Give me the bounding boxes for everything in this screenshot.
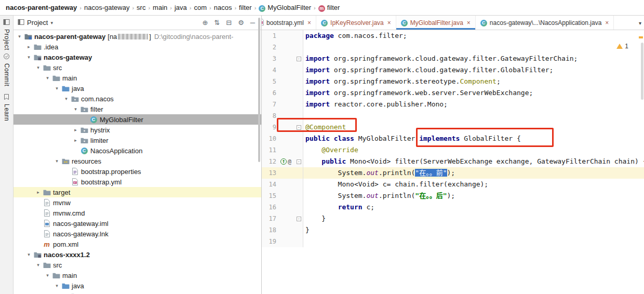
line-number[interactable]: 12 [262,156,279,167]
chevron-right-icon[interactable]: ▸ [25,44,33,49]
line-number[interactable]: 16 [262,202,279,213]
fold-gutter[interactable]: - [295,156,303,167]
code-text[interactable]: @Component [303,122,644,133]
line-number[interactable]: 4 [262,64,279,76]
tool-window-button-commit[interactable]: Commit [1,53,12,86]
breadcrumb-item-com[interactable]: com [192,3,208,12]
fold-gutter[interactable] [295,42,303,53]
tree-item-nacos-xxxx1-2[interactable]: ▾nacos-xxxx1.2 [14,249,261,260]
tree-item-java[interactable]: ▾java [14,280,261,291]
tree-item-limiter[interactable]: ▸limiter [14,135,261,145]
gutter-icons[interactable] [279,190,295,202]
breadcrumb-item-src[interactable]: src [135,3,147,12]
code-text[interactable] [303,110,644,122]
tree-item-bootstrap-yml[interactable]: bootstrap.yml [14,177,261,187]
tree-item-nacos-gateway[interactable]: ▾nacos-gateway [14,52,261,62]
code-text[interactable] [303,42,644,53]
code-text[interactable]: Mono<Void> c= chain.filter(exchange); [303,179,644,190]
tab-close-icon[interactable]: × [605,19,609,26]
tab-close-icon[interactable]: × [387,19,391,26]
gutter-icons[interactable] [279,236,295,247]
code-text[interactable]: @Override [303,144,644,156]
code-text[interactable]: } [303,224,644,236]
code-text[interactable]: import org.springframework.cloud.gateway… [303,64,644,76]
locate-icon[interactable]: ⊕ [202,19,208,26]
line-number[interactable]: 11 [262,144,279,156]
tab-myglobalfilter-java[interactable]: CMyGlobalFilter.java× [396,16,476,30]
project-panel-title[interactable]: Project [27,19,48,26]
tab-ipkeyresolver-java[interactable]: CIpKeyResolver.java× [316,16,396,30]
editor-scrollbar[interactable] [641,43,643,100]
fold-gutter[interactable] [295,179,303,190]
breadcrumb-item-filter[interactable]: filter [237,3,253,12]
chevron-down-icon[interactable]: ▾ [25,252,33,257]
fold-marker-icon[interactable]: - [297,125,301,130]
tree-item-nacos-parent-gateway[interactable]: ▾nacos-parent-gateway[na]D:\gitcoding\na… [14,31,261,42]
gutter-icons[interactable] [279,76,295,87]
gutter-icons[interactable] [279,42,295,53]
fold-gutter[interactable] [295,224,303,236]
gutter-icons[interactable] [279,167,295,179]
gutter-icons[interactable] [279,53,295,64]
tree-item-mvnw[interactable]: mvnw [14,197,261,208]
chevron-down-icon[interactable]: ▾ [44,273,51,278]
chevron-down-icon[interactable]: ▾ [16,34,23,39]
breadcrumb-item-nacos[interactable]: nacos [212,3,234,12]
line-number[interactable]: 8 [262,110,279,122]
gutter-icons[interactable]: ↑@ [279,156,295,167]
line-number[interactable]: 19 [262,236,279,247]
fold-gutter[interactable] [295,87,303,99]
collapse-all-icon[interactable]: ⊟ [226,19,232,26]
breadcrumb-item-filter[interactable]: mfilter [317,3,342,12]
line-number[interactable]: 5 [262,76,279,87]
inspections-widget[interactable]: 1 [616,43,628,50]
code-text[interactable]: package com.nacos.filter; [303,30,644,42]
code-text[interactable]: } [303,213,644,224]
chevron-right-icon[interactable]: ▸ [72,138,79,143]
line-number[interactable]: 3 [262,53,279,64]
fold-gutter[interactable] [295,144,303,156]
chevron-down-icon[interactable]: ▾ [53,158,61,164]
fold-gutter[interactable] [295,190,303,202]
gutter-icons[interactable] [279,64,295,76]
chevron-down-icon[interactable]: ▾ [25,55,33,60]
fold-gutter[interactable]: - [295,53,303,64]
tree-item-resources[interactable]: ▾resources [14,156,261,166]
tree-item-mvnw-cmd[interactable]: mvnw.cmd [14,208,261,218]
line-number[interactable]: 14 [262,179,279,190]
tool-window-button-project[interactable]: Project [1,19,12,50]
chevron-down-icon[interactable]: ▾ [53,283,61,288]
tree-item-src[interactable]: ▾src [14,260,261,270]
fold-gutter[interactable] [295,133,303,144]
annotation-at-icon[interactable]: @ [288,156,291,167]
chevron-down-icon[interactable]: ▾ [53,86,61,91]
fold-gutter[interactable] [295,236,303,247]
tab-close-icon[interactable]: × [307,19,311,26]
line-number[interactable]: 6 [262,87,279,99]
chevron-down-icon[interactable]: ▾ [44,75,51,81]
breadcrumb-item-java[interactable]: java [173,3,189,12]
project-tree-scrollbar[interactable] [258,18,260,162]
tree-item-item[interactable]: ▾ [14,291,261,294]
tree-item-pom-xml[interactable]: mpom.xml [14,239,261,249]
tree-item-nacos-gateway-iml[interactable]: nacos-gateway.iml [14,218,261,229]
tree-item-java[interactable]: ▾java [14,83,261,93]
code-text[interactable]: return c; [303,202,644,213]
fold-gutter[interactable] [295,110,303,122]
line-number[interactable]: 2 [262,42,279,53]
breadcrumb-item-nacos-parent-gateway[interactable]: nacos-parent-gateway [4,3,78,12]
fold-gutter[interactable] [295,167,303,179]
chevron-down-icon[interactable]: ▾ [72,106,79,112]
warning-stripe-mark[interactable] [639,36,643,38]
line-number[interactable]: 1 [262,30,279,42]
chevron-down-icon[interactable]: ▾ [34,65,42,70]
fold-gutter[interactable] [295,76,303,87]
chevron-right-icon[interactable]: ▸ [72,127,79,132]
breadcrumb-item-myglobalfilter[interactable]: CMyGlobalFilter [257,3,313,12]
code-text[interactable] [303,236,644,247]
breadcrumb-item-main[interactable]: main [151,3,169,12]
fold-gutter[interactable] [295,202,303,213]
chevron-down-icon[interactable]: ▾ [34,262,42,268]
gutter-icons[interactable] [279,202,295,213]
code-text[interactable]: import org.springframework.stereotype.Co… [303,76,644,87]
